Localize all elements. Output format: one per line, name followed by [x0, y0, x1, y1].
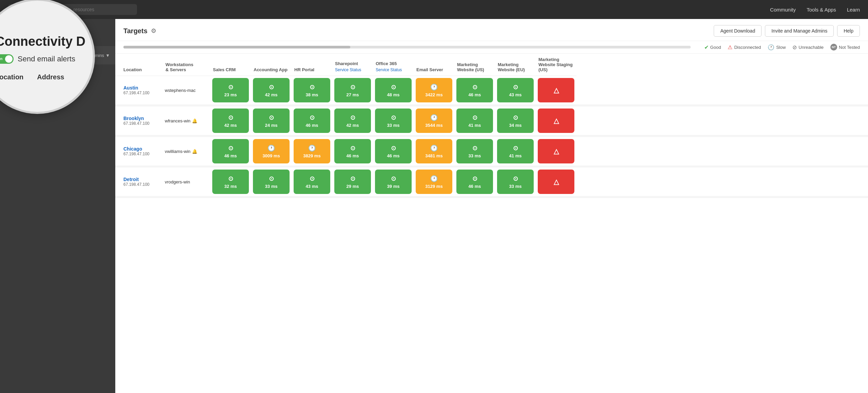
target-cell[interactable]: ⊙ 24 ms — [251, 106, 292, 135]
status-cell-green[interactable]: ⊙ 33 ms — [456, 139, 493, 163]
legend-disconnected: ⚠ Disconnected — [728, 44, 761, 51]
location-name[interactable]: Austin — [123, 85, 161, 91]
target-cell[interactable]: ⊙ 38 ms — [292, 76, 332, 105]
status-cell-green[interactable]: ⊙ 41 ms — [497, 139, 534, 163]
target-cell[interactable]: ⊙ 42 ms — [332, 106, 373, 135]
sharepoint-service-status[interactable]: Service Status — [335, 67, 370, 72]
status-cell-green[interactable]: ⊙ 46 ms — [456, 170, 493, 194]
target-cell[interactable]: ⊙ 46 ms — [210, 137, 251, 165]
status-cell-red[interactable]: △ — [538, 139, 574, 163]
status-cell-green[interactable]: ⊙ 27 ms — [334, 78, 371, 102]
target-cell[interactable]: ⊙ 46 ms — [454, 168, 495, 196]
target-cell[interactable]: ⊙ 32 ms — [210, 168, 251, 196]
status-cell-green[interactable]: ⊙ 24 ms — [253, 109, 290, 133]
target-cell[interactable]: ⊙ 33 ms — [251, 168, 292, 196]
target-cell[interactable]: 🕐 3422 ms — [414, 76, 454, 105]
target-cell[interactable]: ⊙ 33 ms — [495, 168, 536, 196]
clock-icon: 🕐 — [430, 114, 438, 121]
status-cell-green[interactable]: ⊙ 33 ms — [253, 170, 290, 194]
target-cell[interactable]: 🕐 3129 ms — [414, 168, 454, 196]
target-cell[interactable]: ⊙ 41 ms — [495, 137, 536, 165]
target-cell[interactable]: ⊙ 39 ms — [373, 168, 414, 196]
target-cell[interactable]: ⊙ 46 ms — [454, 76, 495, 105]
warning-icon: △ — [554, 117, 559, 125]
check-icon: ⊙ — [269, 175, 274, 182]
target-cell[interactable]: ⊙ 46 ms — [373, 137, 414, 165]
status-cell-green[interactable]: ⊙ 32 ms — [212, 170, 249, 194]
status-cell-green[interactable]: ⊙ 42 ms — [334, 109, 371, 133]
status-cell-green[interactable]: ⊙ 34 ms — [497, 109, 534, 133]
table-wrapper: Location Workstations & Servers Sales CR… — [115, 54, 868, 198]
target-cell[interactable]: ⊙ 29 ms — [332, 168, 373, 196]
chevron-down-icon: ▼ — [105, 53, 110, 58]
status-value: 46 ms — [306, 123, 318, 128]
status-cell-green[interactable]: ⊙ 46 ms — [334, 139, 371, 163]
target-cell[interactable]: ⊙ 23 ms — [210, 76, 251, 105]
target-cell[interactable]: △ — [536, 76, 576, 105]
target-cell[interactable]: ⊙ 41 ms — [454, 106, 495, 135]
location-ip: 67.198.47.100 — [123, 182, 161, 187]
check-icon: ⊙ — [472, 83, 477, 91]
status-cell-green[interactable]: ⊙ 33 ms — [497, 170, 534, 194]
status-cell-green[interactable]: ⊙ 41 ms — [456, 109, 493, 133]
status-cell-green[interactable]: ⊙ 46 ms — [212, 139, 249, 163]
status-cell-red[interactable]: △ — [538, 170, 574, 194]
location-name[interactable]: Brooklyn — [123, 116, 161, 121]
status-cell-yellow[interactable]: 🕐 3829 ms — [294, 139, 330, 163]
target-cell[interactable]: ⊙ 48 ms — [373, 76, 414, 105]
status-cell-green[interactable]: ⊙ 42 ms — [212, 109, 249, 133]
bell-icon[interactable]: 🔔 — [192, 149, 197, 154]
status-cell-green[interactable]: ⊙ 29 ms — [334, 170, 371, 194]
status-cell-red[interactable]: △ — [538, 78, 574, 102]
target-cell[interactable]: 🕐 3829 ms — [292, 137, 332, 165]
target-cell[interactable]: 🕐 3544 ms — [414, 106, 454, 135]
target-cell[interactable]: ⊙ 27 ms — [332, 76, 373, 105]
status-cell-green[interactable]: ⊙ 46 ms — [375, 139, 412, 163]
nav-community[interactable]: Community — [770, 7, 796, 13]
status-cell-yellow[interactable]: 🕐 3422 ms — [416, 78, 452, 102]
status-cell-green[interactable]: ⊙ 23 ms — [212, 78, 249, 102]
help-button[interactable]: Help — [837, 25, 860, 37]
target-cell[interactable]: ⊙ 42 ms — [251, 76, 292, 105]
location-name[interactable]: Chicago — [123, 146, 161, 152]
status-cell-green[interactable]: ⊙ 43 ms — [497, 78, 534, 102]
target-cell[interactable]: ⊙ 42 ms — [210, 106, 251, 135]
agent-download-button[interactable]: Agent Download — [714, 25, 762, 37]
settings-icon[interactable]: ⚙ — [151, 27, 156, 35]
location-name[interactable]: Detroit — [123, 177, 161, 182]
target-cell[interactable]: ⊙ 43 ms — [292, 168, 332, 196]
target-cell[interactable]: ⊙ 46 ms — [332, 137, 373, 165]
target-cell[interactable]: △ — [536, 137, 576, 165]
status-cell-green[interactable]: ⊙ 39 ms — [375, 170, 412, 194]
status-cell-green[interactable]: ⊙ 42 ms — [253, 78, 290, 102]
status-cell-green[interactable]: ⊙ 43 ms — [294, 170, 330, 194]
nav-learn[interactable]: Learn — [847, 7, 860, 13]
target-cell[interactable]: ⊙ 43 ms — [495, 76, 536, 105]
target-cell[interactable]: ⊙ 33 ms — [454, 137, 495, 165]
target-cell[interactable]: ⊙ 34 ms — [495, 106, 536, 135]
status-cell-green[interactable]: ⊙ 46 ms — [294, 109, 330, 133]
status-cell-yellow[interactable]: 🕐 3009 ms — [253, 139, 290, 163]
office365-service-status[interactable]: Service Status — [376, 67, 411, 72]
bell-icon[interactable]: 🔔 — [192, 118, 197, 123]
nav-tools[interactable]: Tools & Apps — [807, 7, 836, 13]
target-cell[interactable]: △ — [536, 168, 576, 196]
legend-not-tested-label: Not Tested — [839, 45, 860, 50]
invite-admins-button[interactable]: Invite and Manage Admins — [765, 25, 834, 37]
email-alert-toggle[interactable]: On — [0, 54, 14, 64]
status-cell-green[interactable]: ⊙ 48 ms — [375, 78, 412, 102]
status-cell-yellow[interactable]: 🕐 3481 ms — [416, 139, 452, 163]
target-cell[interactable]: 🕐 3481 ms — [414, 137, 454, 165]
not-tested-icon: NT — [830, 44, 837, 51]
status-cell-green[interactable]: ⊙ 38 ms — [294, 78, 330, 102]
target-cell[interactable]: 🕐 3009 ms — [251, 137, 292, 165]
status-cell-red[interactable]: △ — [538, 109, 574, 133]
status-cell-yellow[interactable]: 🕐 3544 ms — [416, 109, 452, 133]
location-ip: 67.198.47.100 — [123, 152, 161, 156]
status-cell-yellow[interactable]: 🕐 3129 ms — [416, 170, 452, 194]
status-cell-green[interactable]: ⊙ 33 ms — [375, 109, 412, 133]
target-cell[interactable]: ⊙ 46 ms — [292, 106, 332, 135]
target-cell[interactable]: △ — [536, 106, 576, 135]
status-cell-green[interactable]: ⊙ 46 ms — [456, 78, 493, 102]
target-cell[interactable]: ⊙ 33 ms — [373, 106, 414, 135]
